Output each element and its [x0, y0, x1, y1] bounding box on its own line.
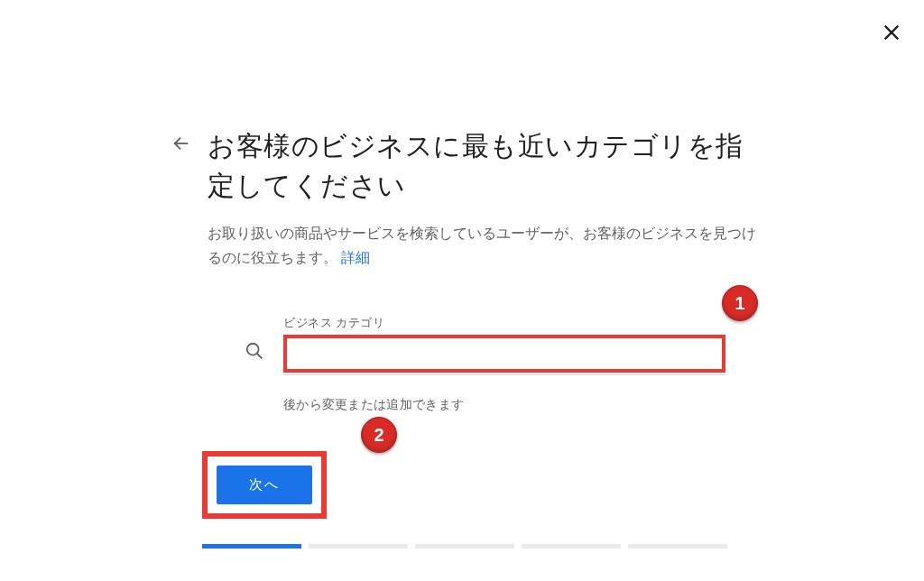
progress-segment [309, 544, 408, 549]
annotation-callout-1: 1 [722, 285, 758, 321]
next-button[interactable]: 次へ [217, 466, 312, 504]
page-title: お客様のビジネスに最も近いカテゴリを指定してください [208, 126, 767, 205]
close-icon[interactable] [881, 22, 902, 43]
back-arrow-icon[interactable] [171, 126, 191, 159]
input-underline [283, 374, 725, 375]
page-description: お取り扱いの商品やサービスを検索しているユーザーが、お客様のビジネスを見つけるの… [208, 221, 767, 270]
description-text: お取り扱いの商品やサービスを検索しているユーザーが、お客様のビジネスを見つけるの… [208, 226, 756, 265]
search-icon [244, 340, 265, 362]
progress-segment [202, 544, 301, 549]
annotation-callout-2: 2 [361, 417, 397, 453]
business-category-input[interactable] [289, 340, 720, 367]
svg-line-4 [257, 354, 263, 359]
helper-text: 後から変更または追加できます [283, 397, 767, 413]
progress-segment [628, 544, 727, 549]
learn-more-link[interactable]: 詳細 [341, 250, 370, 265]
main-content: お客様のビジネスに最も近いカテゴリを指定してください お取り扱いの商品やサービス… [0, 0, 767, 549]
svg-point-3 [247, 344, 259, 355]
progress-segment [522, 544, 621, 549]
annotation-highlight-2: 次へ [202, 451, 327, 519]
progress-segment [415, 544, 514, 549]
annotation-highlight-1 [283, 335, 725, 373]
category-field-section: ビジネス カテゴリ 後から変更または追加できます [244, 315, 767, 413]
progress-bar [202, 544, 767, 549]
field-label: ビジネス カテゴリ [283, 315, 725, 331]
